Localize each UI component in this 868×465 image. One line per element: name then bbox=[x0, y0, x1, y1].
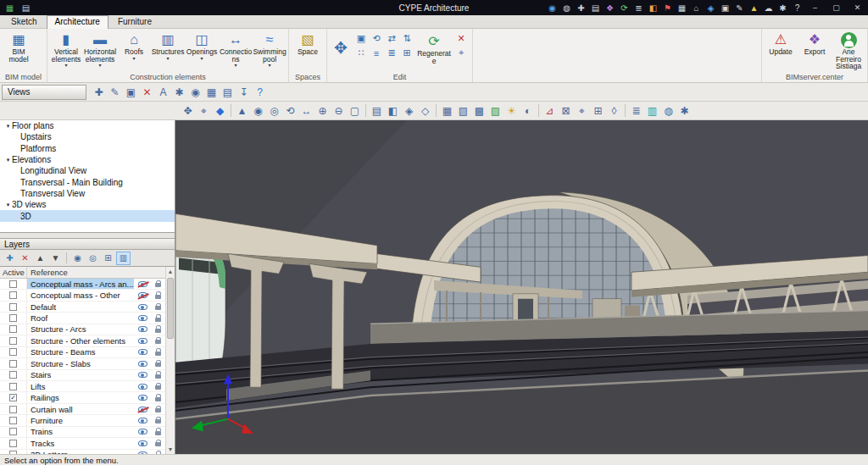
scroll-down-icon[interactable]: ▼ bbox=[166, 445, 175, 454]
column-header-reference[interactable]: Reference bbox=[27, 268, 165, 277]
eye-icon[interactable] bbox=[138, 451, 147, 454]
layer-reference-cell[interactable]: Furniture bbox=[27, 415, 134, 425]
layer-reference-cell[interactable]: Curtain wall bbox=[27, 404, 134, 414]
snapshot-icon[interactable]: ▦ bbox=[203, 84, 220, 100]
tab-furniture[interactable]: Furniture bbox=[109, 15, 160, 28]
lock-icon[interactable] bbox=[155, 329, 161, 333]
clip-box-icon[interactable]: ⊠ bbox=[558, 102, 574, 119]
layer-filter-icon[interactable]: ▥ bbox=[116, 252, 131, 265]
openings-button[interactable]: ◫Openings▾ bbox=[185, 30, 219, 72]
grid-3d-icon[interactable]: ⊞ bbox=[590, 102, 606, 119]
close-button[interactable]: ✕ bbox=[847, 0, 868, 15]
references-icon[interactable]: ≣ bbox=[628, 102, 644, 119]
lock-icon[interactable] bbox=[155, 442, 161, 446]
view-help-icon[interactable]: ? bbox=[252, 84, 268, 100]
origin-icon[interactable]: ⌖ bbox=[196, 102, 212, 119]
layer-row-furniture[interactable]: Furniture bbox=[0, 415, 165, 426]
lock-icon[interactable] bbox=[155, 385, 161, 390]
layer-row-conceptual-mass-arcs-an[interactable]: Conceptual mass - Arcs an... bbox=[0, 279, 165, 290]
ucs-icon[interactable]: ✥ bbox=[180, 102, 196, 119]
search-icon[interactable]: ◍ bbox=[559, 2, 574, 14]
hide-other-layers-icon[interactable]: ◎ bbox=[86, 252, 100, 265]
settings-icon[interactable]: ✱ bbox=[776, 2, 790, 14]
layer-row-railings[interactable]: ✓Railings bbox=[0, 392, 165, 403]
align-icon[interactable]: ≡ bbox=[369, 46, 384, 60]
layer-active-checkbox[interactable] bbox=[9, 406, 17, 413]
new-view-icon[interactable]: ✚ bbox=[91, 84, 107, 100]
layer-reference-cell[interactable]: Structure - Beams bbox=[27, 347, 134, 357]
eye-icon[interactable] bbox=[138, 418, 147, 423]
layer-reference-cell[interactable]: Structure - Slabs bbox=[27, 358, 134, 368]
tree-item-floor-plans[interactable]: ▾Floor plans bbox=[0, 120, 175, 131]
layer-row-stairs[interactable]: Stairs bbox=[0, 370, 165, 381]
layer-active-checkbox[interactable] bbox=[9, 360, 17, 368]
layer-active-checkbox[interactable] bbox=[9, 371, 17, 379]
swimming-pool-button[interactable]: ≈Swimming pool▾ bbox=[253, 30, 287, 72]
vertical-elements-button[interactable]: ▮Vertical elements▾ bbox=[49, 30, 83, 72]
space-button[interactable]: ▧Space bbox=[291, 30, 325, 72]
tab-architecture[interactable]: Architecture bbox=[47, 15, 108, 29]
eye-icon[interactable] bbox=[138, 429, 147, 435]
layer-active-checkbox[interactable]: ✓ bbox=[9, 394, 17, 401]
perspective-icon[interactable]: ◇ bbox=[417, 102, 433, 119]
export-button[interactable]: ❖Export bbox=[798, 30, 832, 72]
layer-row-tracks[interactable]: Tracks bbox=[0, 438, 165, 449]
lock-icon[interactable] bbox=[155, 374, 161, 379]
front-view-icon[interactable]: ◧ bbox=[385, 102, 401, 119]
layer-row-trains[interactable]: Trains bbox=[0, 427, 165, 438]
delete-icon[interactable]: ✕ bbox=[453, 31, 469, 46]
lock-icon[interactable] bbox=[155, 431, 161, 435]
column-header-active[interactable]: Active bbox=[0, 267, 27, 278]
layer-active-checkbox[interactable] bbox=[9, 337, 17, 345]
horizontal-elements-button[interactable]: ▬Horizontal elements▾ bbox=[83, 30, 117, 72]
layer-reference-cell[interactable]: Trains bbox=[27, 427, 134, 437]
eye-icon[interactable] bbox=[138, 372, 147, 378]
move-layer-up-icon[interactable]: ▲ bbox=[33, 252, 47, 265]
regenerate-button[interactable]: ⟳Regenerate bbox=[417, 31, 451, 64]
update-button[interactable]: ⚠Update bbox=[764, 30, 798, 72]
tree-item-3d[interactable]: 3D bbox=[0, 210, 175, 221]
eye-icon[interactable] bbox=[138, 361, 147, 367]
zoom-extents-icon[interactable]: ▢ bbox=[347, 102, 363, 119]
minimize-button[interactable]: – bbox=[804, 0, 826, 15]
layer-row-structure-slabs[interactable]: Structure - Slabs bbox=[0, 358, 165, 369]
elevation-icon[interactable]: ⇅ bbox=[399, 31, 415, 46]
layer-row-default[interactable]: Default bbox=[0, 302, 165, 313]
lock-icon[interactable] bbox=[155, 295, 161, 299]
shadow-icon[interactable]: ◐ bbox=[520, 102, 536, 119]
lock-icon[interactable] bbox=[155, 283, 161, 287]
tree-item-platforms[interactable]: Platforms bbox=[0, 143, 175, 154]
measure-icon[interactable]: ⌖ bbox=[453, 46, 469, 60]
pan-icon[interactable]: ↔ bbox=[298, 102, 314, 119]
layers-icon[interactable]: ≣ bbox=[632, 2, 646, 14]
textured-icon[interactable]: ▨ bbox=[487, 102, 504, 119]
export-view-icon[interactable]: ↧ bbox=[236, 84, 252, 100]
layer-colors-icon[interactable]: ▥ bbox=[644, 102, 660, 119]
layer-active-checkbox[interactable] bbox=[9, 291, 17, 299]
layer-columns-icon[interactable]: ⊞ bbox=[101, 252, 115, 265]
connections-button[interactable]: ↔Connections▾ bbox=[219, 30, 253, 72]
eye-icon[interactable] bbox=[138, 338, 147, 344]
extend-icon[interactable]: ⊞ bbox=[399, 46, 415, 60]
roofs-button[interactable]: ⌂Roofs▾ bbox=[117, 30, 151, 72]
wireframe-icon[interactable]: ▦ bbox=[439, 102, 455, 119]
eye-icon[interactable] bbox=[138, 395, 147, 401]
layer-reference-cell[interactable]: Roof bbox=[27, 313, 134, 323]
measure-3d-icon[interactable]: ⌖ bbox=[574, 102, 590, 119]
maximize-button[interactable]: ▢ bbox=[826, 0, 847, 15]
snap-icon[interactable]: ◊ bbox=[606, 102, 622, 119]
print-icon[interactable]: ▤ bbox=[588, 2, 603, 14]
plan-view-icon[interactable]: ▤ bbox=[369, 102, 385, 119]
home-icon[interactable]: ⌂ bbox=[689, 2, 704, 14]
lock-icon[interactable] bbox=[155, 318, 161, 322]
capture-icon[interactable]: ❖ bbox=[603, 2, 617, 14]
panel-icon[interactable]: ▣ bbox=[718, 2, 732, 14]
orbit-icon[interactable]: ⟲ bbox=[282, 102, 298, 119]
lock-icon[interactable] bbox=[155, 352, 161, 356]
eye-icon[interactable] bbox=[138, 440, 147, 446]
protection-icon[interactable]: ◆ bbox=[212, 102, 228, 119]
layer-active-checkbox[interactable] bbox=[9, 417, 17, 424]
tree-expand-icon[interactable]: ▾ bbox=[4, 202, 12, 208]
tree-item-transversal-main-building[interactable]: Transversal - Main Building bbox=[0, 176, 175, 187]
app-icon[interactable]: ▦ bbox=[3, 2, 17, 14]
